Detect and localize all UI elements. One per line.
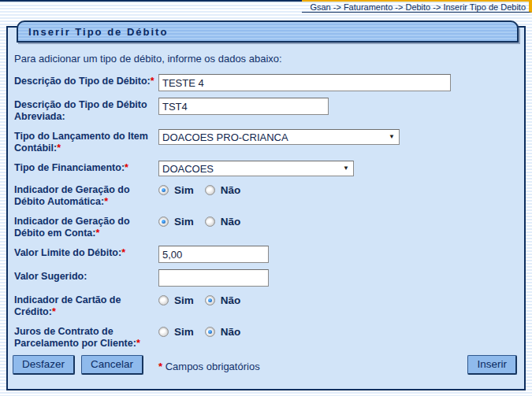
page-title: Inserir Tipo de Débito [28,26,168,38]
panel-title-bar: Inserir Tipo de Débito [17,20,519,43]
radio-label-sim: Sim [174,294,194,306]
geracao-automatica-nao-radio[interactable] [205,185,215,195]
breadcrumb[interactable]: Gsan -> Faturamento -> Debito -> Inserir… [302,0,532,13]
label-juros-parcelamento: Juros de Contrato de Parcelamento por Cl… [14,324,158,350]
label-descricao-tipo-debito: Descrição do Tipo de Débito:* [14,74,158,87]
label-valor-sugerido: Valor Sugerido: [14,269,158,283]
label-geracao-automatica: Indicador de Geração do Débito Automátic… [14,183,158,208]
required-asterisk: * [52,306,56,317]
valor-limite-input[interactable] [158,246,269,263]
descricao-tipo-debito-input[interactable] [158,74,451,91]
geracao-automatica-radio-group: Sim Não [158,184,519,196]
required-asterisk: * [125,162,128,173]
radio-label-nao: Não [221,294,241,306]
geracao-em-conta-sim-radio[interactable] [158,217,169,227]
geracao-em-conta-radio-group: Sim Não [158,216,519,228]
label-cartao-credito: Indicador de Cartão de Crédito:* [14,293,158,318]
dropdown-arrow-icon: ▼ [343,165,349,172]
descricao-abreviada-input[interactable] [158,98,329,115]
tipo-lancamento-selected-value: DOACOES PRO-CRIANCA [162,131,288,143]
row-valor-sugerido: Valor Sugerido: [14,269,519,287]
label-tipo-lancamento: Tipo do Lançamento do Item Contábil:* [14,129,158,154]
row-juros-parcelamento: Juros de Contrato de Parcelamento por Cl… [14,324,519,350]
valor-sugerido-input[interactable] [158,269,269,287]
label-tipo-financiamento: Tipo de Financiamento:* [14,161,158,174]
row-tipo-lancamento: Tipo do Lançamento do Item Contábil:* DO… [14,129,519,154]
label-geracao-em-conta: Indicador de Geração do Débito em Conta:… [14,214,158,239]
tipo-lancamento-select[interactable]: DOACOES PRO-CRIANCA ▼ [158,129,400,145]
row-descricao-tipo-debito: Descrição do Tipo de Débito:* [14,74,519,91]
cartao-credito-nao-radio[interactable] [205,295,215,305]
dropdown-arrow-icon: ▼ [389,134,395,140]
inserir-button[interactable]: Inserir [467,355,517,375]
juros-parcelamento-nao-radio[interactable] [205,327,215,337]
radio-label-nao: Não [221,184,241,196]
tipo-financiamento-selected-value: DOACOES [162,163,214,175]
required-asterisk: * [95,228,99,239]
required-fields-note: * Campos obrigatórios [158,361,519,372]
required-asterisk: * [151,76,154,87]
row-geracao-automatica: Indicador de Geração do Débito Automátic… [14,183,519,208]
label-valor-limite: Valor Limite do Débito:* [14,246,158,259]
top-bar: Gsan -> Faturamento -> Debito -> Inserir… [0,0,532,13]
required-asterisk: * [57,142,61,154]
required-asterisk: * [121,247,125,258]
required-asterisk: * [158,361,162,372]
radio-label-nao: Não [221,326,241,338]
geracao-automatica-sim-radio[interactable] [158,185,169,195]
cartao-credito-sim-radio[interactable] [158,295,169,305]
tipo-financiamento-select[interactable]: DOACOES ▼ [158,161,354,176]
desfazer-button[interactable]: Desfazer [13,355,75,375]
required-asterisk: * [104,196,108,207]
cartao-credito-radio-group: Sim Não [158,294,519,306]
juros-parcelamento-sim-radio[interactable] [158,327,169,337]
row-descricao-abreviada: Descrição do Tipo de Débito Abreviada: [14,98,519,123]
row-cartao-credito: Indicador de Cartão de Crédito:* Sim Não [14,293,519,318]
row-valor-limite: Valor Limite do Débito:* [14,246,519,263]
radio-label-nao: Não [221,216,241,228]
geracao-em-conta-nao-radio[interactable] [205,217,215,227]
intro-text: Para adicionar um tipo de débito, inform… [14,53,519,65]
radio-label-sim: Sim [174,326,194,338]
radio-label-sim: Sim [174,184,194,196]
row-tipo-financiamento: Tipo de Financiamento:* DOACOES ▼ [14,161,519,176]
radio-label-sim: Sim [174,216,194,228]
label-descricao-abreviada: Descrição do Tipo de Débito Abreviada: [14,98,158,123]
cancelar-button[interactable]: Cancelar [81,355,143,375]
required-asterisk: * [136,338,140,349]
row-geracao-em-conta: Indicador de Geração do Débito em Conta:… [14,214,519,239]
juros-parcelamento-radio-group: Sim Não [158,326,519,338]
top-bar-line [0,0,302,13]
insert-debit-type-panel: Inserir Tipo de Débito Para adicionar um… [6,26,526,390]
